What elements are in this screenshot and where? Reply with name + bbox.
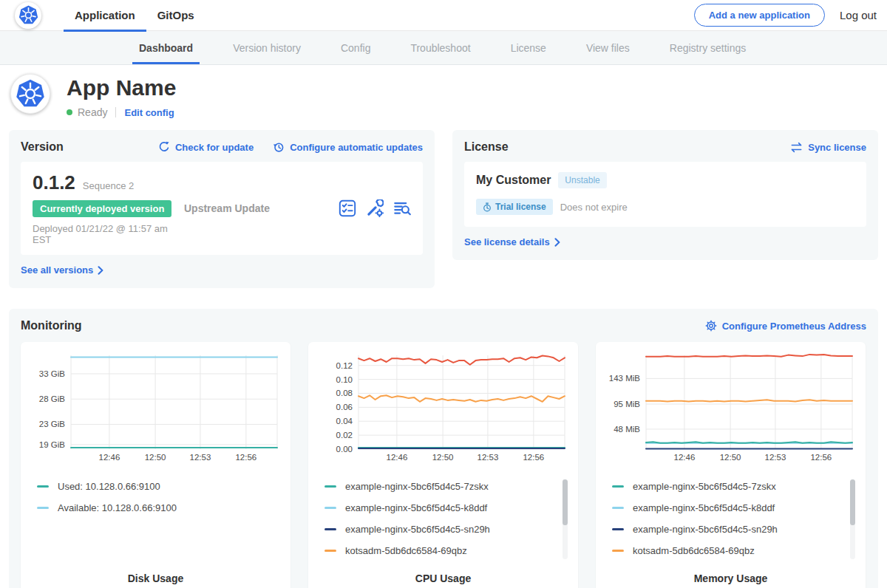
svg-text:12:56: 12:56 [810,453,832,462]
svg-text:0.06: 0.06 [336,403,353,411]
disk-usage-legend: Used: 10.128.0.66:9100Available: 10.128.… [31,479,280,559]
legend-item: example-nginx-5bc6f5d4c5-7zskx [319,479,568,493]
legend-item: kotsadm-5db6dc6584-69qbz [319,544,568,558]
legend-scrollbar-thumb[interactable] [563,479,568,525]
legend-item: Used: 10.128.0.66:9100 [31,479,280,493]
version-card-title: Version [21,140,64,154]
legend-scrollbar-thumb[interactable] [850,479,855,525]
svg-text:12:53: 12:53 [478,453,499,462]
status-badge: Ready [78,106,107,118]
svg-text:0.10: 0.10 [336,375,353,384]
sync-license-link[interactable]: Sync license [790,142,866,153]
tab-view-files[interactable]: View files [580,31,636,64]
kubernetes-logo-icon [15,2,41,29]
file-search-icon[interactable] [393,199,411,217]
legend-scrollbar[interactable] [850,479,855,559]
legend-item: kotsadm-5db6dc6584-69qbz [606,544,855,558]
legend-color-dash [37,507,49,509]
legend-label: example-nginx-5bc6f5d4c5-sn29h [633,524,778,535]
svg-text:12:53: 12:53 [765,453,786,462]
svg-text:28 GiB: 28 GiB [39,394,65,403]
cpu-usage-chart: 0.000.020.040.060.080.100.1212:4612:5012… [319,352,568,463]
monitoring-title: Monitoring [21,319,82,332]
see-license-details-link[interactable]: See license details [464,236,560,247]
memory-usage-chart: 143 MiB95 MiB48 MiB12:4612:5012:5312:56 [606,352,855,463]
app-header: App Name Ready Edit config [0,65,887,130]
legend-item: example-nginx-5bc6f5d4c5-k8ddf [319,501,568,515]
tab-dashboard[interactable]: Dashboard [132,31,200,64]
preflight-checklist-icon[interactable] [339,199,356,217]
legend-item: example-nginx-5bc6f5d4c5-k8ddf [606,501,855,515]
legend-label: example-nginx-5bc6f5d4c5-k8ddf [633,502,775,513]
svg-text:12:53: 12:53 [190,453,211,462]
divider [115,107,116,117]
channel-badge: Unstable [558,172,606,188]
cpu-usage-legend: example-nginx-5bc6f5d4c5-7zskxexample-ng… [319,479,568,559]
configure-prometheus-link[interactable]: Configure Prometheus Address [705,320,866,332]
legend-label: example-nginx-5bc6f5d4c5-7zskx [633,481,776,492]
legend-color-dash [612,528,624,530]
version-card: Version Check for update Configure au [9,130,435,288]
svg-text:12:50: 12:50 [145,453,166,462]
current-version-box: 0.1.2 Sequence 2 Currently deployed vers… [21,162,423,255]
tab-version-history[interactable]: Version history [226,31,307,64]
tab-config[interactable]: Config [334,31,377,64]
legend-color-dash [612,507,624,509]
cards-row: Version Check for update Configure au [0,130,887,288]
legend-color-dash [612,550,624,552]
legend-label: example-nginx-5bc6f5d4c5-sn29h [345,524,490,535]
svg-text:12:50: 12:50 [720,453,741,462]
check-for-update-link[interactable]: Check for update [158,141,254,153]
gear-icon [705,320,717,332]
svg-text:12:46: 12:46 [674,453,696,462]
legend-color-dash [37,485,49,488]
sub-nav: Dashboard Version history Config Trouble… [0,31,887,65]
deployed-badge: Currently deployed version [33,200,171,217]
wrench-gear-icon[interactable] [366,199,384,217]
configure-automatic-updates-link[interactable]: Configure automatic updates [273,141,423,153]
legend-color-dash [324,485,336,488]
tab-troubleshoot[interactable]: Troubleshoot [404,31,477,64]
disk-usage-chart: 33 GiB28 GiB23 GiB19 GiB12:4612:5012:531… [31,352,280,463]
legend-color-dash [612,485,624,488]
tab-application[interactable]: Application [64,0,146,31]
refresh-icon [158,141,170,153]
legend-color-dash [324,528,336,530]
version-number: 0.1.2 [33,171,75,194]
license-expiry: Does not expire [560,202,628,213]
legend-color-dash [324,550,336,552]
add-application-button[interactable]: Add a new application [694,4,825,27]
tab-gitops[interactable]: GitOps [146,0,205,31]
svg-text:12:50: 12:50 [432,453,454,462]
legend-label: kotsadm-5db6dc6584-69qbz [345,545,467,556]
svg-text:0.04: 0.04 [336,417,353,425]
charts-row: 33 GiB28 GiB23 GiB19 GiB12:4612:5012:531… [21,342,866,588]
logout-link[interactable]: Log out [840,9,877,21]
swap-arrows-icon [790,142,803,153]
chevron-right-icon [554,238,560,247]
chart-title: Memory Usage [606,572,855,584]
legend-label: kotsadm-5db6dc6584-69qbz [633,545,755,556]
legend-item: example-nginx-5bc6f5d4c5-sn29h [606,522,855,536]
topnav-tabs: Application GitOps [64,0,205,31]
status-dot-icon [67,109,72,115]
trial-license-badge: Trial license [476,199,553,215]
tab-registry-settings[interactable]: Registry settings [663,31,752,64]
see-all-versions-link[interactable]: See all versions [21,264,103,276]
legend-scrollbar[interactable] [563,479,568,559]
svg-text:48 MiB: 48 MiB [614,425,640,434]
svg-text:0.08: 0.08 [336,389,353,397]
version-source: Upstream Update [184,202,339,214]
svg-text:12:56: 12:56 [235,453,256,462]
memory-usage-legend: example-nginx-5bc6f5d4c5-7zskxexample-ng… [606,479,855,559]
tab-license[interactable]: License [504,31,553,64]
clock-arrow-icon [273,141,285,153]
svg-text:0.00: 0.00 [336,445,353,454]
svg-text:12:46: 12:46 [99,453,120,462]
chevron-right-icon [98,266,103,275]
memory-usage-card: 143 MiB95 MiB48 MiB12:4612:5012:5312:56 … [596,342,866,588]
license-card-title: License [464,140,509,154]
svg-text:0.12: 0.12 [336,361,353,370]
disk-usage-card: 33 GiB28 GiB23 GiB19 GiB12:4612:5012:531… [21,342,290,588]
edit-config-link[interactable]: Edit config [124,107,174,118]
